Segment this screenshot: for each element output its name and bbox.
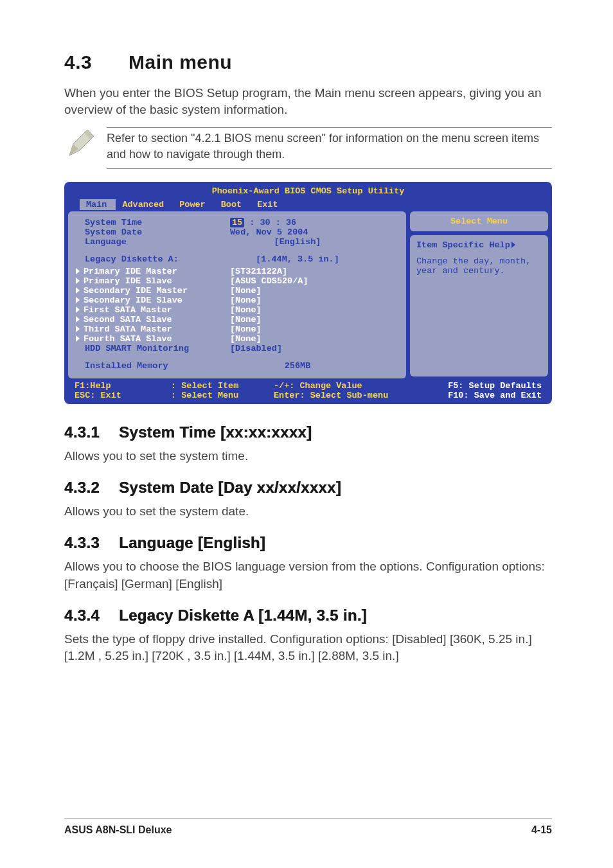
bios-title: Phoenix-Award BIOS CMOS Setup Utility	[68, 184, 548, 199]
arrow-icon	[76, 306, 80, 313]
tab-advanced[interactable]: Advanced	[116, 199, 173, 210]
primary-ide-slave-value: [ASUS CDS520/A]	[230, 276, 308, 286]
f5-defaults: F5: Setup Defaults	[415, 381, 542, 391]
subsection-body-2: Allows you to set the system date.	[64, 503, 552, 520]
secondary-ide-slave-label[interactable]: Secondary IDE Slave	[76, 296, 230, 305]
fourth-sata-slave-label[interactable]: Fourth SATA Slave	[76, 334, 230, 344]
language-label: Language	[76, 237, 230, 247]
system-time-label: System Time	[76, 218, 230, 227]
secondary-ide-master-label[interactable]: Secondary IDE Master	[76, 286, 230, 296]
page-footer: ASUS A8N-SLI Deluxe 4-15	[64, 819, 552, 836]
section-title: Main menu	[129, 51, 232, 73]
note-block: Refer to section "4.2.1 BIOS menu screen…	[64, 127, 552, 169]
note-text: Refer to section "4.2.1 BIOS menu screen…	[107, 127, 552, 169]
item-help-title: Item Specific Help	[416, 240, 542, 250]
arrow-icon	[76, 287, 80, 294]
second-sata-value: [None]	[230, 315, 262, 324]
tab-exit[interactable]: Exit	[251, 199, 287, 210]
bios-screenshot: Phoenix-Award BIOS CMOS Setup Utility Ma…	[64, 182, 552, 404]
item-help-panel: Item Specific Help Change the day, month…	[410, 235, 548, 376]
f10-save: F10: Save and Exit	[415, 391, 542, 400]
subsection-heading-4: 4.3.4Legacy Diskette A [1.44M, 3.5 in.]	[64, 607, 552, 624]
system-date-value[interactable]: Wed, Nov 5 2004	[230, 227, 308, 237]
secondary-ide-master-value: [None]	[230, 286, 262, 296]
third-sata-value: [None]	[230, 324, 262, 334]
first-sata-value: [None]	[230, 305, 262, 315]
installed-memory-value: 256MB	[230, 361, 365, 371]
intro-paragraph: When you enter the BIOS Setup program, t…	[64, 85, 552, 118]
hdd-smart-label: HDD SMART Monitoring	[76, 344, 230, 353]
section-heading: 4.3Main menu	[64, 51, 552, 73]
first-sata-master-label[interactable]: First SATA Master	[76, 305, 230, 315]
language-value[interactable]: [English]	[230, 237, 365, 247]
change-value: -/+: Change Value	[274, 381, 415, 391]
select-item: : Select Item	[171, 381, 274, 391]
subsection-body-3: Allows you to choose the BIOS language v…	[64, 558, 552, 592]
section-number: 4.3	[64, 51, 129, 73]
fourth-sata-value: [None]	[230, 334, 262, 344]
enter-submenu: Enter: Select Sub-menu	[274, 391, 415, 400]
secondary-ide-slave-value: [None]	[230, 296, 262, 305]
subsection-heading-1: 4.3.1System Time [xx:xx:xxxx]	[64, 423, 552, 441]
primary-ide-master-label[interactable]: Primary IDE Master	[76, 267, 230, 276]
bios-left-panel: System Time15 : 30 : 36 System DateWed, …	[68, 211, 406, 378]
item-help-text: Change the day, month, year and century.	[416, 256, 542, 276]
arrow-icon	[76, 326, 80, 332]
arrow-icon	[76, 297, 80, 303]
subsection-body-4: Sets the type of floppy drive installed.…	[64, 631, 552, 664]
select-menu-label: Select Menu	[410, 211, 548, 231]
tab-main[interactable]: Main	[80, 199, 116, 210]
primary-ide-slave-label[interactable]: Primary IDE Slave	[76, 276, 230, 286]
bios-footer: F1:Help ESC: Exit : Select Item : Select…	[68, 378, 548, 400]
second-sata-slave-label[interactable]: Second SATA Slave	[76, 315, 230, 324]
bios-right-panel: Select Menu Item Specific Help Change th…	[410, 211, 548, 378]
subsection-heading-2: 4.3.2System Date [Day xx/xx/xxxx]	[64, 479, 552, 497]
pencil-icon	[64, 127, 98, 161]
tab-boot[interactable]: Boot	[215, 199, 251, 210]
bios-menubar: Main Advanced Power Boot Exit	[68, 199, 548, 210]
tab-power[interactable]: Power	[173, 199, 215, 210]
arrow-icon	[76, 316, 80, 323]
arrow-icon	[76, 335, 80, 342]
legacy-value[interactable]: [1.44M, 3.5 in.]	[230, 254, 365, 264]
subsection-heading-3: 4.3.3Language [English]	[64, 534, 552, 552]
third-sata-master-label[interactable]: Third SATA Master	[76, 324, 230, 334]
arrow-icon	[76, 278, 80, 284]
system-time-value[interactable]: 15 : 30 : 36	[230, 218, 296, 227]
arrow-right-icon	[511, 242, 515, 248]
footer-pagenum: 4-15	[531, 824, 552, 836]
legacy-label: Legacy Diskette A:	[76, 254, 230, 264]
primary-ide-master-value: [ST321122A]	[230, 267, 287, 276]
hdd-smart-value[interactable]: [Disabled]	[230, 344, 282, 353]
installed-memory-label: Installed Memory	[76, 361, 230, 371]
f1-help: F1:Help	[75, 381, 171, 391]
arrow-icon	[76, 268, 80, 274]
subsection-body-1: Allows you to set the system time.	[64, 448, 552, 465]
select-menu: : Select Menu	[171, 391, 274, 400]
footer-product: ASUS A8N-SLI Deluxe	[64, 824, 172, 836]
system-date-label: System Date	[76, 227, 230, 237]
esc-exit: ESC: Exit	[75, 391, 171, 400]
